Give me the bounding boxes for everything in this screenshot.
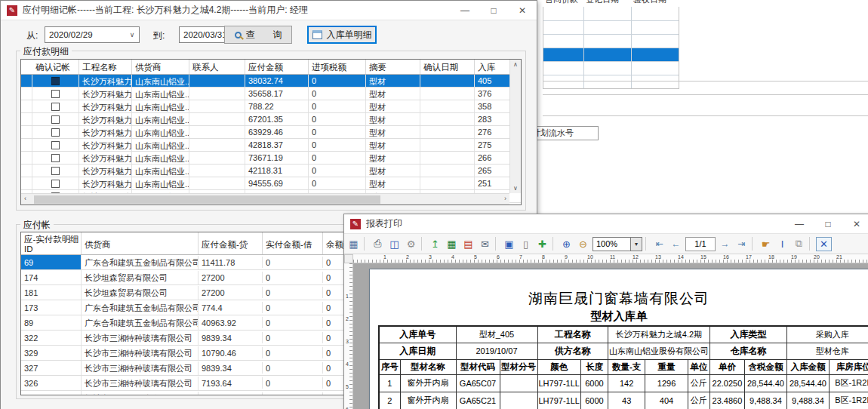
page-setup-book-icon[interactable]: ◫ [387,237,402,251]
column-header[interactable]: 确认记帐 [32,60,79,74]
scroll-up-icon[interactable]: ∧ [513,61,518,68]
table-row[interactable] [543,61,679,75]
scrollbar-thumb[interactable] [34,195,380,204]
confirm-checkbox-cell[interactable] [32,88,79,100]
table-row[interactable]: 长沙万科魅力... 山东南山铝业... 42818.37 0 型材 275 [21,139,521,152]
close-button[interactable]: ✕ [842,214,868,233]
column-header[interactable]: 工程名称 [79,60,132,74]
column-header[interactable]: 应付金额-贷 [199,232,263,254]
dock-grid-icon[interactable]: ▦ [346,237,361,251]
checkbox[interactable] [51,167,60,175]
close-preview-icon[interactable]: ✕ [816,237,832,251]
first-page-icon[interactable]: ⇤ [652,237,666,251]
field-label: 供方名称 [537,343,608,359]
page-number-field[interactable]: 1/1 [685,237,716,251]
copy-page-icon[interactable]: ⧉ [792,237,806,251]
confirm-checkbox-cell[interactable] [32,75,79,87]
last-page-icon[interactable]: ⇥ [734,237,749,251]
checkbox[interactable] [51,154,60,162]
checkbox[interactable] [51,103,60,111]
table-cell [189,113,245,125]
column-header[interactable]: 应-实付款明细ID [21,232,82,254]
next-page-icon[interactable]: → [718,237,732,251]
table-row[interactable]: 长沙万科魅力... 山东南山铝业... 42118.31 0 型材 265 [21,165,521,177]
checkbox[interactable] [51,141,60,149]
column-header[interactable]: 摘要 [366,60,420,74]
titlebar[interactable]: ✎ 应付明细记帐------当前工程: 长沙万科魅力之城4.2期------当前… [1,1,537,20]
column-header[interactable]: 联系人 [189,60,245,74]
export-excel-icon[interactable]: ▦ [445,237,459,251]
plan-serial-field[interactable]: 计划流水号 [529,126,599,140]
column-header: 序号 [379,359,400,374]
zoom-combobox[interactable]: 100% ▾ [593,237,642,251]
report-preview-area[interactable]: 湖南巨晟门窗幕墙有限公司 型材入库单 入库单号 型材_405 工程名称 长沙万科… [353,263,868,409]
minimize-button[interactable]: — [451,1,479,20]
column-header[interactable]: 进项税额 [309,60,366,74]
query-button[interactable]: 查 询 [224,26,292,44]
close-button[interactable]: ✕ [508,1,537,20]
scroll-down-icon[interactable]: ∨ [513,185,518,192]
print-icon[interactable]: ⎙ [371,237,385,251]
chevron-down-icon[interactable]: ∨ [125,31,139,38]
single-page-icon[interactable]: ▯ [519,237,533,251]
titlebar[interactable]: ✎ 报表打印 — □ ✕ [344,214,868,234]
export-mail-icon[interactable]: ✉ [478,237,492,251]
export-icon[interactable]: ↥ [428,237,442,251]
scroll-left-icon[interactable]: ‹ [24,195,26,202]
confirm-checkbox-cell[interactable] [32,165,79,177]
column-header[interactable]: 供货商 [132,60,189,74]
multi-page-icon[interactable]: ✚ [535,237,549,251]
chevron-down-icon[interactable]: ▾ [630,238,642,251]
table-row[interactable]: 长沙万科魅力... 山东南山铝业... 67201.35 0 型材 283 [21,113,521,126]
confirm-checkbox-cell[interactable] [32,100,79,112]
table-row[interactable] [543,20,679,34]
table-row[interactable]: 长沙万科魅力... 山东南山铝业... 38032.74 0 型材 405 [21,75,521,88]
print-current-icon[interactable]: ▣ [502,237,516,251]
confirm-checkbox-cell[interactable] [32,113,79,125]
prev-page-icon[interactable]: ← [669,237,683,251]
table-row[interactable]: 长沙万科魅力... 山东南山铝业... 73671.19 0 型材 266 [21,152,521,165]
column-header[interactable]: 供货商 [82,232,199,254]
table-row[interactable] [543,34,679,48]
column-header: 验收日期 [631,0,679,7]
report-print-window: ✎ 报表打印 — □ ✕ ▦⎙◫⚙↥▦▤✉▣▯✚⊕⊖ 100% ▾ ⇤ ← 1/… [343,214,868,409]
zoom-out-icon[interactable]: ⊖ [576,237,590,251]
vertical-scrollbar[interactable]: ∧ ∨ [509,60,521,193]
column-header[interactable]: 应付金额 [245,60,309,74]
zoom-in-icon[interactable]: ⊕ [559,237,574,251]
hand-tool-icon[interactable]: ☛ [759,237,773,251]
detail-header-row: 序号 型材名称 型材代码 型材分号 颜色 长度 数量-支 重量 单位 单价 含税… [379,359,868,374]
horizontal-scrollbar[interactable]: ‹ › [21,193,509,204]
table-row[interactable] [543,48,679,61]
table-row[interactable]: 长沙万科魅力... 山东南山铝业... 788.22 0 型材 358 [21,100,521,113]
confirm-checkbox-cell[interactable] [32,139,79,151]
print-options-icon[interactable]: ⚙ [404,237,418,251]
column-header[interactable]: 确认日期 [420,60,475,74]
table-cell: 325 [21,391,82,395]
checkbox[interactable] [51,128,60,137]
checkbox[interactable] [51,180,60,188]
table-row[interactable]: 长沙万科魅力... 山东南山铝业... 63929.46 0 型材 276 [21,126,521,139]
from-date-combobox[interactable]: 2020/02/29 ∨ [45,26,140,43]
maximize-button[interactable]: □ [814,214,842,233]
minimize-button[interactable]: — [785,214,814,233]
confirm-checkbox-cell[interactable] [32,152,79,164]
table-row[interactable] [543,75,679,88]
column-header[interactable]: 入库 [475,60,497,74]
table-cell [420,165,475,177]
table-row[interactable]: 长沙万科魅力... 山东南山铝业... 35658.17 0 型材 376 [21,88,521,100]
checkbox[interactable] [51,115,60,124]
export-pdf-icon[interactable]: ▤ [461,237,476,251]
table-row[interactable] [543,7,679,20]
scroll-right-icon[interactable]: › [504,195,506,202]
maximize-button[interactable]: □ [479,1,508,20]
table-row[interactable]: 长沙万科魅力... 山东南山铝业... 94555.69 0 型材 251 [21,177,521,190]
checkbox[interactable] [51,77,60,85]
checkbox[interactable] [51,90,60,98]
column-header: 颜色 [537,359,580,374]
confirm-checkbox-cell[interactable] [32,126,79,138]
inbound-detail-button[interactable]: 入库单明细 [307,26,377,44]
column-header[interactable]: 实付金额-借 [263,232,323,254]
text-select-tool-icon[interactable]: I [775,237,790,251]
confirm-checkbox-cell[interactable] [32,177,79,189]
